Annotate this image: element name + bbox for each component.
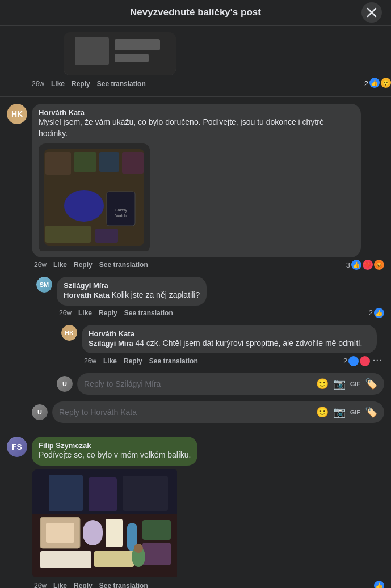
hkd-love-icon [360, 356, 370, 366]
gif-icon-1[interactable]: GIF [350, 380, 360, 387]
hk-deep-avatar: HK [61, 325, 77, 341]
c1-translate-btn[interactable]: See translation [97, 80, 146, 88]
sm-reactions: 2 👍 [369, 308, 384, 318]
filip-like-icon: 👍 [374, 581, 384, 588]
c1-reactions: 2 👍 😲 [364, 78, 391, 90]
svg-text:Watch: Watch [115, 214, 127, 218]
top-partial-image [0, 30, 391, 75]
comment-filip: FS Filip Szymczak Podívejte se, co bylo … [0, 432, 391, 588]
svg-rect-43 [49, 475, 83, 511]
c1-reaction-count: 2 [364, 79, 368, 88]
sm-reaction-count: 2 [369, 308, 373, 317]
reply-horvath-input[interactable]: Reply to Horváth Kata 🙂 📷 GIF 🏷️ [52, 401, 384, 423]
c1-time: 26w [32, 80, 44, 88]
reply-to-szilágyi-row: U Reply to Szilágyi Míra 🙂 📷 GIF 🏷️ [57, 373, 384, 395]
horvath-kata-text: Myslel jsem, že vám ukážu, co bylo doruč… [39, 117, 354, 139]
svg-point-47 [134, 544, 143, 553]
sm-reply-btn[interactable]: Reply [99, 309, 117, 317]
svg-rect-39 [40, 551, 91, 568]
svg-rect-4 [115, 39, 160, 50]
szilágyi-actions: 26w Like Reply See translation 2 👍 [57, 308, 384, 318]
szilágyi-bubble: Szilágyi Míra Horváth Kata Kolik jste za… [57, 277, 207, 306]
hkd-like-icon [348, 356, 359, 366]
filip-like-btn[interactable]: Like [53, 582, 67, 588]
hk-deep-name: Horváth Kata [89, 329, 370, 338]
hk-reactions: 3 👍 ❤️ 😡 [346, 260, 384, 270]
reply-szilágyi-avatar: U [57, 376, 73, 392]
svg-text:👍: 👍 [375, 309, 383, 317]
modal-title: Nevyzvednuté balíčky's post [130, 7, 261, 18]
filip-avatar: FS [7, 437, 27, 457]
close-button[interactable] [361, 2, 382, 23]
gif-icon-2[interactable]: GIF [350, 409, 360, 416]
hk-translate-btn[interactable]: See translation [99, 261, 148, 269]
svg-rect-3 [75, 37, 109, 65]
c1-like-btn[interactable]: Like [51, 80, 65, 88]
sm-like-btn[interactable]: Like [78, 309, 92, 317]
szilágyi-main: Szilágyi Míra Horváth Kata Kolik jste za… [57, 277, 384, 395]
filip-name: Filip Szymczak [39, 441, 191, 450]
szilágyi-comment: SM Szilágyi Míra Horváth Kata Kolik jste… [36, 274, 384, 397]
svg-rect-42 [142, 543, 171, 565]
filip-reply-btn[interactable]: Reply [74, 582, 93, 588]
svg-rect-20 [45, 226, 91, 243]
hk-reply-btn[interactable]: Reply [74, 261, 93, 269]
svg-text:👍: 👍 [371, 79, 379, 87]
sticker-icon-1[interactable]: 🏷️ [365, 378, 377, 390]
horvath-img-svg: Galaxy Watch [39, 143, 150, 251]
szilágyi-text: Horváth Kata Kolik jste za něj zaplatili… [64, 290, 200, 301]
sm-translate-btn[interactable]: See translation [124, 309, 173, 317]
emoji-icon-1[interactable]: 🙂 [316, 378, 329, 390]
hkd-translate-btn[interactable]: See translation [149, 357, 198, 365]
hk-deep-text: Szilágyi Míra 44 czk. Chtěl jsem dát kur… [89, 338, 370, 349]
hk-love-icon: ❤️ [363, 260, 373, 270]
sticker-icon-2[interactable]: 🏷️ [365, 406, 377, 418]
svg-text:😡: 😡 [375, 261, 383, 269]
comment-horvath-kata: HK Horváth Kata Myslel jsem, že vám ukáž… [0, 99, 391, 428]
horvath-kata-bubble: Horváth Kata Myslel jsem, že vám ukážu, … [32, 104, 361, 257]
hk-like-btn[interactable]: Like [53, 261, 67, 269]
filip-reactions: 👍 [374, 581, 384, 588]
filip-img-svg [32, 469, 177, 577]
camera-icon-1[interactable]: 📷 [333, 378, 346, 390]
hk-deep-actions: 26w Like Reply See translation 2 [82, 356, 370, 366]
comment-1-actions: 26w Like Reply See translation 2 👍 😲 [0, 78, 391, 94]
hkd-reactions: 2 [343, 356, 370, 366]
horvath-kata-avatar: HK [7, 104, 27, 124]
svg-text:😲: 😲 [382, 79, 390, 87]
hk-deep-bubble: Horváth Kata Szilágyi Míra 44 czk. Chtěl… [82, 325, 377, 354]
svg-rect-35 [46, 523, 74, 543]
top-partial-img-placeholder [64, 32, 176, 75]
hkd-reply-btn[interactable]: Reply [124, 357, 142, 365]
filip-text: Podívejte se, co bylo v mém velkém balík… [39, 450, 191, 461]
svg-rect-37 [106, 519, 123, 547]
divider-1 [0, 96, 391, 97]
svg-rect-41 [142, 520, 171, 540]
filip-translate-btn[interactable]: See translation [99, 582, 148, 588]
deep-nested: HK Horváth Kata Szilágyi Míra 44 czk. Ch… [61, 323, 384, 369]
horvath-image: Galaxy Watch [39, 143, 150, 253]
svg-rect-45 [123, 476, 168, 511]
c1-reply-btn[interactable]: Reply [72, 80, 90, 88]
svg-text:❤️: ❤️ [364, 261, 372, 269]
svg-rect-44 [89, 477, 117, 511]
filip-image [32, 469, 179, 578]
svg-rect-17 [74, 152, 96, 172]
hk-like-icon: 👍 [351, 260, 361, 270]
content-area: 26w Like Reply See translation 2 👍 😲 HK [0, 26, 391, 588]
sm-like-icon: 👍 [374, 308, 384, 318]
szilágyi-reply-to: Horváth Kata [64, 291, 112, 299]
reply-szilágyi-input[interactable]: Reply to Szilágyi Míra 🙂 📷 GIF 🏷️ [77, 373, 384, 395]
svg-rect-21 [95, 229, 118, 243]
modal-header: Nevyzvednuté balíčky's post [0, 0, 391, 26]
reply-to-horvath-row: U Reply to Horváth Kata 🙂 📷 GIF 🏷️ [32, 401, 384, 423]
svg-rect-40 [94, 551, 134, 567]
horvath-kata-name: Horváth Kata [39, 108, 354, 117]
svg-text:Galaxy: Galaxy [115, 208, 127, 213]
camera-icon-2[interactable]: 📷 [333, 406, 346, 418]
hk-reaction-count: 3 [346, 261, 350, 269]
svg-text:👍: 👍 [352, 261, 360, 269]
hkd-like-btn[interactable]: Like [103, 357, 117, 365]
emoji-icon-2[interactable]: 🙂 [316, 406, 329, 418]
hkd-more-button[interactable]: ··· [370, 353, 384, 366]
